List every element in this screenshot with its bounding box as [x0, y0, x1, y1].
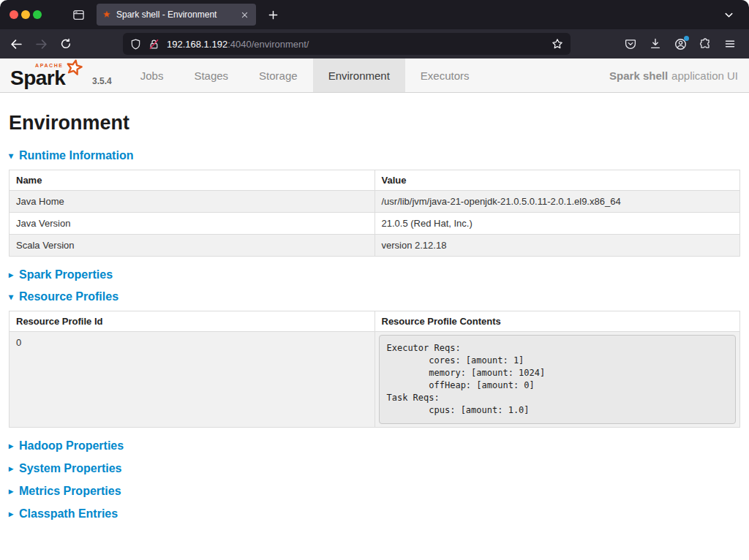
downloads-button[interactable] — [644, 32, 667, 56]
spark-star-icon — [62, 57, 86, 83]
browser-toolbar: 192.168.1.192:4040/environment/ — [0, 29, 749, 58]
profile-contents-cell: Executor Reqs: cores: [amount: 1] memory… — [374, 332, 740, 428]
collapsed-sections: ▸ Hadoop Properties ▸ System Properties … — [9, 439, 740, 521]
resource-table-header-id: Resource Profile Id — [10, 311, 375, 332]
table-cell: Java Home — [10, 191, 375, 213]
runtime-info-table: Name Value Java Home/usr/lib/jvm/java-21… — [9, 170, 740, 257]
section-toggle-resource-profiles[interactable]: ▾ Resource Profiles — [9, 290, 740, 303]
table-cell: version 2.12.18 — [374, 235, 740, 257]
app-name-label: Spark shell application UI — [609, 58, 749, 92]
table-row: Java Home/usr/lib/jvm/java-21-openjdk-21… — [10, 191, 740, 213]
profile-id-cell: 0 — [10, 332, 375, 428]
section-toggle-metrics-properties[interactable]: ▸ Metrics Properties — [9, 485, 740, 498]
spark-version: 3.5.4 — [91, 76, 112, 92]
app-name: Spark shell — [609, 69, 668, 82]
browser-tab[interactable]: Spark shell - Environment — [97, 4, 256, 26]
close-icon — [241, 11, 249, 19]
section-label: Runtime Information — [19, 149, 133, 162]
minimize-window-button[interactable] — [21, 10, 30, 19]
tab-executors[interactable]: Executors — [405, 58, 485, 92]
zoom-window-button[interactable] — [33, 10, 42, 19]
new-tab-button[interactable] — [268, 10, 279, 20]
section-toggle-hadoop-properties[interactable]: ▸ Hadoop Properties — [9, 439, 740, 453]
menu-button[interactable] — [718, 32, 742, 56]
forward-button[interactable] — [29, 32, 53, 56]
browser-window: Spark shell - Environment — [0, 0, 749, 560]
url-domain: 192.168.1.192 — [167, 39, 227, 50]
list-all-tabs-button[interactable] — [723, 10, 734, 20]
table-row: 0 Executor Reqs: cores: [amount: 1] memo… — [10, 332, 740, 428]
toolbar-icon-cluster — [619, 32, 742, 56]
caret-down-icon: ▾ — [9, 151, 19, 161]
section-toggle-spark-properties[interactable]: ▸ Spark Properties — [9, 268, 740, 281]
download-icon — [650, 38, 661, 50]
reload-button[interactable] — [54, 32, 78, 56]
table-row: Scala Versionversion 2.12.18 — [10, 235, 740, 257]
spark-nav-tabs: JobsStagesStorageEnvironmentExecutors — [125, 58, 485, 92]
section-toggle-runtime-information[interactable]: ▾ Runtime Information — [9, 149, 740, 162]
tab-close-button[interactable] — [239, 10, 250, 20]
spark-logo[interactable]: APACHE Spark — [9, 58, 91, 92]
table-cell: Java Version — [10, 213, 375, 235]
caret-right-icon: ▸ — [9, 270, 19, 280]
table-cell: /usr/lib/jvm/java-21-openjdk-21.0.5.0.11… — [374, 191, 740, 213]
firefox-view-icon — [72, 9, 85, 21]
caret-right-icon: ▸ — [9, 463, 19, 474]
insecure-lock-icon — [148, 39, 159, 50]
tracking-protection-button[interactable] — [130, 39, 141, 50]
caret-down-icon: ▾ — [9, 292, 19, 302]
spark-navbar: APACHE Spark 3.5.4 JobsStagesStorageEnvi… — [0, 58, 749, 93]
puzzle-icon — [699, 38, 711, 50]
browser-titlebar: Spark shell - Environment — [0, 0, 749, 29]
spark-wordmark: Spark — [10, 67, 65, 90]
caret-right-icon: ▸ — [9, 486, 19, 496]
section-toggle-classpath-entries[interactable]: ▸ Classpath Entries — [9, 507, 740, 521]
pocket-button[interactable] — [619, 32, 642, 56]
hamburger-icon — [724, 38, 736, 50]
section-label: Spark Properties — [19, 268, 113, 281]
section-label: Resource Profiles — [19, 290, 118, 303]
extensions-button[interactable] — [693, 32, 717, 56]
spark-favicon-icon — [102, 10, 111, 19]
tab-storage[interactable]: Storage — [244, 58, 313, 92]
notification-dot — [684, 36, 689, 41]
table-row: Java Version21.0.5 (Red Hat, Inc.) — [10, 213, 740, 235]
caret-right-icon: ▸ — [9, 509, 19, 519]
runtime-table-header-name: Name — [10, 170, 375, 191]
arrow-left-icon — [10, 38, 23, 50]
plus-icon — [268, 10, 279, 20]
pocket-icon — [625, 38, 636, 50]
connection-security-button[interactable] — [148, 39, 159, 50]
reload-icon — [60, 38, 72, 50]
bookmark-button[interactable] — [552, 38, 563, 50]
table-cell: 21.0.5 (Red Hat, Inc.) — [374, 213, 740, 235]
tab-title: Spark shell - Environment — [116, 10, 239, 20]
url-bar[interactable]: 192.168.1.192:4040/environment/ — [123, 33, 571, 55]
account-button[interactable] — [669, 32, 692, 56]
traffic-lights — [0, 10, 42, 19]
page-title: Environment — [9, 112, 740, 135]
section-label: Hadoop Properties — [19, 439, 124, 453]
resource-profile-pre: Executor Reqs: cores: [amount: 1] memory… — [379, 335, 737, 424]
section-label: Metrics Properties — [19, 485, 121, 498]
resource-profiles-table: Resource Profile Id Resource Profile Con… — [9, 311, 740, 428]
close-window-button[interactable] — [10, 10, 18, 19]
section-label: System Properties — [19, 462, 122, 475]
shield-icon — [130, 39, 141, 50]
arrow-right-icon — [35, 38, 48, 50]
star-icon — [552, 38, 563, 50]
table-cell: Scala Version — [10, 235, 375, 257]
tab-jobs[interactable]: Jobs — [125, 58, 179, 92]
tab-stages[interactable]: Stages — [178, 58, 244, 92]
back-button[interactable] — [4, 32, 28, 56]
runtime-table-header-value: Value — [374, 170, 740, 191]
firefox-view-button[interactable] — [72, 9, 85, 21]
url-text: 192.168.1.192:4040/environment/ — [167, 39, 309, 50]
section-label: Classpath Entries — [19, 507, 118, 521]
app-suffix: application UI — [671, 69, 738, 82]
url-path: :4040/environment/ — [227, 39, 309, 50]
section-toggle-system-properties[interactable]: ▸ System Properties — [9, 462, 740, 475]
page-content: Environment ▾ Runtime Information Name V… — [0, 93, 749, 521]
resource-table-header-contents: Resource Profile Contents — [374, 311, 740, 332]
tab-environment[interactable]: Environment — [313, 58, 405, 92]
